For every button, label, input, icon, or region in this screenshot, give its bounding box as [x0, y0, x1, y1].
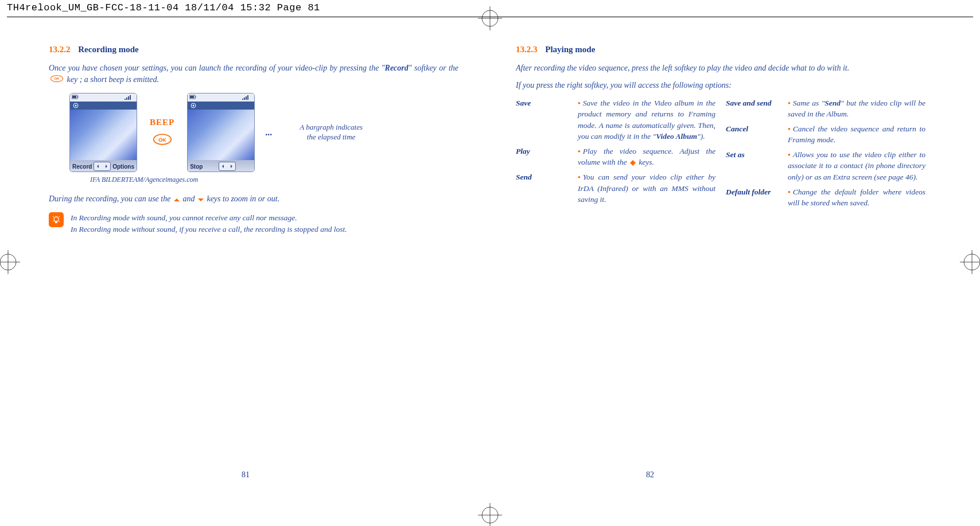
text: and [181, 194, 197, 203]
text: You can send your video clip either by I… [578, 173, 715, 204]
option-play: Play •Play the video sequence. Adjust th… [516, 146, 715, 168]
svg-rect-19 [128, 96, 129, 100]
options-column-1: Save •Save the video in the Video album … [516, 98, 715, 212]
page-number-left: 81 [242, 470, 250, 480]
text: keys to zoom in or out. [205, 194, 279, 203]
lion-image [188, 110, 254, 160]
options-column-2: Save and send •Same as "Send" but the vi… [726, 98, 925, 212]
page-number-right: 82 [646, 470, 654, 480]
svg-rect-30 [246, 96, 247, 100]
text: Cancel the video sequence and return to … [788, 124, 925, 145]
beep-label: BEEP [150, 118, 174, 127]
text: Once you have chosen your settings, you … [49, 64, 385, 72]
text: keys. [637, 158, 654, 166]
svg-rect-17 [125, 99, 126, 100]
lion-image [70, 110, 137, 160]
record-bold: Record [385, 64, 409, 72]
svg-line-38 [59, 221, 60, 222]
option-desc: •Play the video sequence. Adjust the vol… [578, 146, 715, 168]
section-heading: 13.2.2 Recording mode [49, 45, 458, 54]
page-left: 13.2.2 Recording mode Once you have chos… [0, 45, 490, 526]
zoom-paragraph: During the recording, you can use the an… [49, 193, 458, 205]
svg-rect-39 [55, 221, 57, 223]
ellipsis: ... [265, 127, 272, 138]
tip-icon [49, 212, 64, 227]
options-grid: Save •Save the video in the Video album … [516, 98, 925, 212]
text: key ; a short beep is emitted. [65, 75, 159, 84]
softkey-options: Options [112, 163, 134, 170]
svg-rect-31 [247, 95, 248, 100]
page-right: 13.2.3 Playing mode After recording the … [490, 45, 980, 526]
section-number: 13.2.3 [516, 45, 538, 54]
ok-key-icon: OK [50, 75, 64, 86]
text: During the recording, you can use the [49, 194, 173, 203]
image-credit: IFA BILDERTEAM/Agenceimages.com [90, 176, 458, 184]
bargraph-note: A bargraph indicates the elapsed time [300, 123, 363, 142]
option-cancel: Cancel •Cancel the video sequence and re… [726, 123, 925, 146]
option-save-and-send: Save and send •Same as "Send" but the vi… [726, 98, 925, 120]
tip-text: In Recording mode with sound, you cannot… [71, 212, 347, 236]
svg-rect-20 [130, 95, 131, 100]
option-label: Play [516, 146, 578, 168]
text: Send [825, 99, 841, 107]
option-desc: •You can send your video clip either by … [578, 172, 715, 205]
ok-key-large-icon: OK [153, 133, 172, 148]
intro-paragraph: Once you have chosen your settings, you … [49, 63, 458, 86]
phone-screenshot-stop: Stop [187, 93, 255, 172]
text: " softkey or the [409, 64, 458, 72]
svg-point-34 [54, 217, 59, 221]
svg-rect-18 [126, 98, 127, 100]
text: Same as " [793, 99, 825, 107]
option-label: Cancel [726, 123, 788, 146]
svg-rect-27 [195, 96, 196, 98]
option-label: Send [516, 172, 578, 205]
svg-rect-28 [242, 99, 243, 100]
crop-mark-bottom-icon [478, 503, 502, 526]
tip-box: In Recording mode with sound, you cannot… [49, 212, 458, 236]
crop-mark-top-icon [478, 6, 502, 30]
up-down-arrow-icon [630, 160, 636, 166]
up-arrow-icon [174, 198, 180, 201]
option-default-folder: Default folder •Change the default folde… [726, 186, 925, 209]
svg-text:OK: OK [158, 137, 166, 142]
option-save: Save •Save the video in the Video album … [516, 98, 715, 142]
option-label: Save and send [726, 98, 788, 120]
option-desc: •Save the video in the Video album in th… [578, 98, 715, 142]
svg-point-22 [75, 105, 77, 107]
section-heading: 13.2.3 Playing mode [516, 45, 925, 54]
text: Allows you to use the video clip either … [788, 150, 925, 181]
svg-line-37 [53, 221, 54, 222]
text: the elapsed time [307, 133, 355, 141]
text: In Recording mode without sound, if you … [71, 225, 347, 233]
svg-text:OK: OK [55, 77, 60, 80]
dpad-icon [94, 162, 111, 171]
svg-rect-16 [77, 96, 79, 98]
option-label: Set as [726, 149, 788, 183]
section-title: Playing mode [545, 45, 595, 54]
svg-line-36 [59, 216, 60, 217]
page-spread: 13.2.2 Recording mode Once you have chos… [0, 45, 980, 526]
section-title: Recording mode [78, 45, 138, 54]
option-label: Default folder [726, 186, 788, 209]
option-desc: •Same as "Send" but the video clip will … [788, 98, 925, 120]
svg-rect-15 [72, 96, 76, 98]
softkey-record: Record [72, 163, 92, 170]
section-number: 13.2.2 [49, 45, 71, 54]
intro-paragraph-2: If you press the right softkey, you will… [516, 80, 925, 91]
option-set-as: Set as •Allows you to use the video clip… [726, 149, 925, 183]
dpad-icon [219, 162, 236, 171]
text: "). [697, 132, 705, 141]
phone-screenshot-record: Record Options [69, 93, 137, 172]
option-label: Save [516, 98, 578, 142]
svg-point-33 [193, 105, 195, 107]
intro-paragraph: After recording the video sequence, pres… [516, 63, 925, 74]
softkey-stop: Stop [190, 163, 203, 170]
figure-row: Record Options BEEP OK Stop [69, 93, 458, 172]
text: A bargraph indicates [300, 123, 363, 131]
text: Change the default folder where videos w… [788, 188, 925, 208]
text: In Recording mode with sound, you cannot… [71, 213, 297, 222]
option-desc: •Cancel the video sequence and return to… [788, 123, 925, 146]
svg-rect-29 [244, 98, 245, 100]
beep-column: BEEP OK [150, 118, 174, 148]
svg-line-35 [53, 216, 54, 217]
